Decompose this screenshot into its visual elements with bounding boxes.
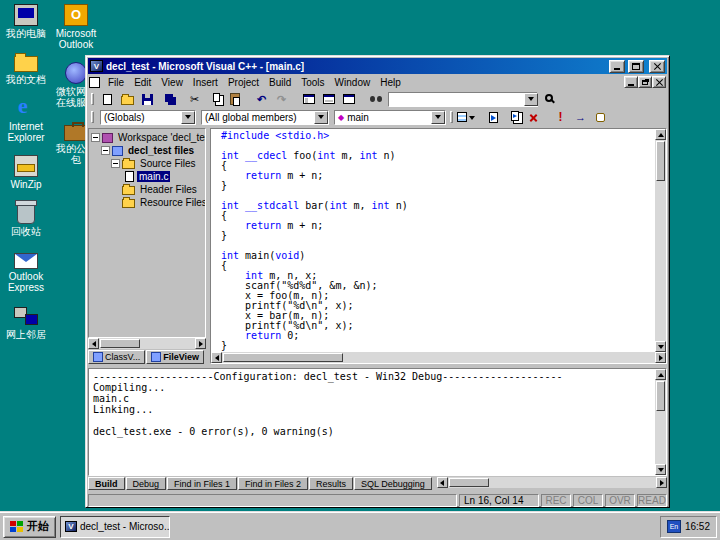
editor-horizontal-scrollbar[interactable] [211,352,666,363]
scroll-right-button[interactable] [656,477,667,488]
menu-tools[interactable]: Tools [296,76,329,89]
code-editor[interactable]: #include <stdio.h> int __cdecl foo(int m… [210,128,667,364]
find-combo-input[interactable] [392,93,524,105]
scrollbar-track[interactable] [222,353,655,362]
workspace-horizontal-scrollbar[interactable] [88,338,206,349]
menu-help[interactable]: Help [375,76,406,89]
desktop-icon-winzip[interactable]: WinZip [2,155,50,190]
cut-button[interactable] [185,91,204,107]
open-file-button[interactable] [118,91,137,107]
scroll-left-button[interactable] [437,477,448,488]
compile-button[interactable] [484,109,503,125]
scrollbar-thumb[interactable] [656,141,665,181]
scrollbar-track[interactable] [99,339,195,348]
wizardbar-grip[interactable] [91,111,94,123]
scrollbar-thumb[interactable] [449,478,489,487]
redo-button[interactable] [272,91,291,107]
tree-folder-source[interactable]: Source Files [91,157,205,170]
scroll-down-button[interactable] [655,341,666,352]
menu-window[interactable]: Window [330,76,376,89]
find-in-files-button[interactable] [366,91,385,107]
tree-file-main-c[interactable]: main.c [91,170,205,183]
desktop-icon-my-documents[interactable]: 我的文档 [2,51,50,85]
output-tab-find-in-files-2[interactable]: Find in Files 2 [238,477,308,490]
taskbar-task-button[interactable]: decl_test - Microso... [60,516,170,538]
breakpoint-button[interactable] [591,109,610,125]
save-file-button[interactable] [138,91,157,107]
scroll-right-button[interactable] [655,352,666,363]
class-combo[interactable]: (Globals) [100,110,196,125]
output-horizontal-scrollbar[interactable] [437,477,667,488]
menu-file[interactable]: File [103,76,129,89]
undo-button[interactable] [252,91,271,107]
menu-build[interactable]: Build [264,76,296,89]
output-tab-sql-debugging[interactable]: SQL Debugging [354,477,432,490]
scrollbar-track[interactable] [656,140,665,341]
workspace-toggle-button[interactable] [299,91,318,107]
desktop-icon-recycle-bin[interactable]: 回收站 [2,202,50,237]
output-lines[interactable]: --------------------Configuration: decl_… [89,369,655,475]
member-combo-arrow[interactable] [431,111,445,124]
desktop-icon-my-computer[interactable]: 我的电脑 [2,4,50,39]
output-toggle-button[interactable] [319,91,338,107]
output-vertical-scrollbar[interactable] [655,369,666,475]
buildbar-grip[interactable] [450,111,453,123]
editor-vertical-scrollbar[interactable] [655,129,666,352]
stop-build-button[interactable] [524,109,543,125]
search-button[interactable] [541,91,560,107]
expander-icon[interactable] [101,146,110,155]
menu-view[interactable]: View [156,76,188,89]
scroll-right-button[interactable] [195,338,206,349]
title-bar[interactable]: decl_test - Microsoft Visual C++ - [main… [88,58,667,74]
member-combo[interactable]: ◆ main [334,110,446,125]
filter-combo-arrow[interactable] [314,111,328,124]
code-lines[interactable]: #include <stdio.h> int __cdecl foo(int m… [211,129,655,352]
maximize-button[interactable] [628,60,644,73]
scroll-up-button[interactable] [655,129,666,140]
document-icon[interactable] [89,77,100,88]
find-combo-arrow[interactable] [524,93,538,106]
scroll-left-button[interactable] [88,338,99,349]
workspace-tab-fileview[interactable]: FileView [146,350,204,364]
menu-edit[interactable]: Edit [129,76,156,89]
close-button[interactable] [649,60,665,73]
menu-insert[interactable]: Insert [188,76,223,89]
scroll-up-button[interactable] [655,369,666,380]
input-method-icon[interactable] [667,520,681,533]
tree-folder-resource[interactable]: Resource Files [91,196,205,209]
save-all-button[interactable] [158,91,177,107]
desktop-icon-network-neighborhood[interactable]: 网上邻居 [2,305,50,340]
scrollbar-track[interactable] [656,380,665,464]
mdi-restore-button[interactable] [638,76,652,88]
output-tab-find-in-files-1[interactable]: Find in Files 1 [167,477,237,490]
find-combo[interactable] [388,92,538,107]
scroll-down-button[interactable] [655,464,666,475]
new-file-button[interactable] [98,91,117,107]
menu-project[interactable]: Project [223,76,264,89]
workspace-tree[interactable]: Workspace 'decl_test': decl_test files S… [88,128,206,338]
expander-icon[interactable] [91,133,100,142]
minimize-button[interactable] [609,60,625,73]
copy-button[interactable] [205,91,224,107]
scroll-left-button[interactable] [211,352,222,363]
wizard-actions-button[interactable] [457,109,476,125]
desktop-icon-internet-explorer[interactable]: Internet Explorer [2,97,50,143]
window-list-button[interactable] [339,91,358,107]
class-combo-arrow[interactable] [181,111,195,124]
start-button[interactable]: 开始 [3,516,56,538]
output-tab-debug[interactable]: Debug [126,477,167,490]
scrollbar-thumb[interactable] [100,339,140,348]
tree-root[interactable]: Workspace 'decl_test': [91,131,205,144]
workspace-tab-classview[interactable]: ClassV... [88,350,145,364]
scrollbar-thumb[interactable] [223,353,343,362]
scrollbar-thumb[interactable] [656,381,665,411]
mdi-close-button[interactable] [652,76,666,88]
paste-button[interactable] [225,91,244,107]
toolbar-grip[interactable] [91,93,94,105]
build-button[interactable] [504,109,523,125]
expander-icon[interactable] [111,159,120,168]
output-tab-build[interactable]: Build [88,477,125,490]
desktop-icon-microsoft-outlook[interactable]: Microsoft Outlook [52,4,100,50]
tree-project[interactable]: decl_test files [91,144,205,157]
scrollbar-track[interactable] [448,478,656,487]
